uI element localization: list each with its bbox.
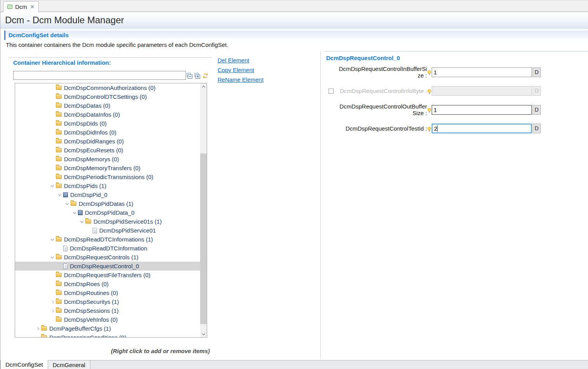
tree-item[interactable]: DcmDspEcuResets (0)	[15, 146, 200, 155]
text-caret	[437, 125, 438, 132]
default-value-button[interactable]: D	[533, 86, 541, 96]
field-row: DcmDspRequestControlTestId :D	[325, 124, 588, 133]
tree-item-label: DcmDspPid_0	[70, 191, 107, 198]
tree-item[interactable]: DcmDspPidService01s (1)	[15, 217, 200, 226]
chevron-down-icon[interactable]	[78, 221, 85, 223]
document-icon	[63, 264, 67, 269]
bottom-tab-dcmconfigset[interactable]: DcmConfigSet	[0, 360, 48, 369]
chevron-down-icon[interactable]	[48, 238, 56, 241]
tree-item-label: DcmDspRequestFileTransfers (0)	[64, 272, 150, 278]
chevron-down-icon[interactable]	[48, 256, 56, 259]
tree-item-label: DcmDspPidService01	[99, 227, 156, 234]
chevron-down-icon[interactable]	[63, 203, 71, 205]
tree-item[interactable]: DcmDspReadDTCInformation	[15, 244, 200, 253]
tree-item[interactable]: DcmDspDataInfos (0)	[15, 110, 200, 119]
default-value-button[interactable]: D	[533, 105, 541, 115]
chevron-down-icon[interactable]	[48, 185, 56, 187]
folder-icon	[56, 317, 62, 322]
folder-icon	[85, 219, 91, 224]
default-value-button[interactable]: D	[533, 67, 541, 77]
field-checkbox[interactable]	[329, 88, 334, 93]
tree-item-label: DcmDspDatas (0)	[64, 102, 110, 109]
folder-icon	[56, 157, 62, 161]
editor-tab-dcm[interactable]: Dcm ✕	[3, 1, 39, 12]
tree-item-label: DcmDspEcuResets (0)	[64, 147, 123, 153]
tree-item-label: DcmDspPidDatas (1)	[79, 200, 133, 207]
tree-item[interactable]: DcmDspSecuritys (1)	[15, 297, 200, 306]
tree-item[interactable]: DcmDspPid_0	[15, 190, 200, 199]
field-input[interactable]	[432, 67, 532, 77]
window: Dcm ✕ Dcm - Dcm Module Manager DcmConfig…	[0, 0, 588, 369]
link-copy-element[interactable]: Copy Element	[218, 67, 263, 73]
tree-item[interactable]: DcmDspPidService01	[15, 226, 200, 235]
field-input[interactable]	[432, 124, 532, 133]
default-value-button[interactable]: D	[533, 124, 541, 133]
tree-item[interactable]: DcmDspVehInfos (0)	[15, 315, 200, 324]
scrollbar-thumb[interactable]	[200, 153, 207, 324]
tree-item[interactable]: DcmPageBufferCfgs (1)	[15, 324, 200, 333]
folder-icon	[41, 335, 47, 337]
tree-item[interactable]: DcmDspMemoryTransfers (0)	[15, 164, 200, 172]
chevron-right-icon[interactable]	[48, 301, 56, 303]
folder-icon	[56, 309, 62, 313]
context-menu-hint: (Right click to add or remove items)	[0, 348, 320, 354]
tree-item-label: DcmDspControlDTCSettings (0)	[64, 93, 147, 100]
link-del-element[interactable]: Del Element	[218, 57, 263, 64]
title-bar: Dcm - Dcm Module Manager	[0, 12, 588, 29]
tree-item-label: DcmDspRequestControl_0	[70, 263, 139, 269]
scroll-down-icon[interactable]	[200, 331, 207, 337]
scroll-up-icon[interactable]	[200, 83, 207, 90]
tree-item[interactable]: DcmDspPeriodicTransmissions (0)	[15, 172, 200, 181]
tree-item[interactable]: DcmDspCommonAuthorizations (0)	[15, 83, 200, 92]
refresh-icon[interactable]	[202, 72, 209, 79]
link-rename-element[interactable]: ReName Element	[218, 76, 263, 83]
tree-item[interactable]: DcmDspDatas (0)	[15, 101, 200, 110]
folder-icon	[56, 255, 62, 259]
search-input[interactable]	[13, 71, 186, 80]
element-actions: Del ElementCopy ElementReName Element	[218, 57, 263, 86]
document-icon	[63, 246, 67, 251]
field-row: DcmDspRequestControlInBufferSize :D	[325, 66, 588, 79]
close-icon[interactable]: ✕	[30, 4, 35, 9]
tree-item[interactable]: DcmDspSessions (1)	[15, 306, 200, 315]
field-input[interactable]	[432, 105, 532, 115]
tree-item[interactable]: DcmDspRequestFileTransfers (0)	[15, 271, 200, 279]
tree-item-label: DcmDspDids (0)	[64, 120, 107, 127]
tree-item[interactable]: DcmDspPids (1)	[15, 181, 200, 190]
tree-item[interactable]: DcmDspRoes (0)	[15, 279, 200, 288]
tree-item[interactable]: DcmDspPidDatas (1)	[15, 199, 200, 208]
tree-item[interactable]: DcmDspDids (0)	[15, 119, 200, 128]
tree-item-label: DcmDspMemorys (0)	[64, 156, 119, 162]
tree-item[interactable]: DcmDspRequestControl_0	[15, 262, 200, 271]
section-header: DcmConfigSet details	[4, 31, 588, 40]
tree-item[interactable]: DcmProcessingConditions (0)	[15, 333, 200, 337]
field-label: DcmDspRequestControlOutBufferSize :	[337, 103, 427, 116]
folder-icon	[56, 148, 62, 152]
expand-all-icon[interactable]: +	[194, 73, 200, 79]
tree-item[interactable]: DcmDspDidRanges (0)	[15, 137, 200, 146]
tree-item[interactable]: DcmDspRoutines (0)	[15, 288, 200, 297]
tree-scrollbar[interactable]	[200, 83, 207, 337]
bulb-icon	[427, 127, 431, 132]
tree-item[interactable]: DcmDspPidData_0	[15, 208, 200, 217]
collapse-all-icon[interactable]: −	[187, 73, 192, 79]
tree-item[interactable]: DcmDspControlDTCSettings (0)	[15, 92, 200, 101]
chevron-right-icon[interactable]	[48, 310, 56, 312]
chevron-down-icon[interactable]	[71, 212, 78, 214]
tree-item-label: DcmDspPeriodicTransmissions (0)	[64, 174, 153, 180]
tree-item-label: DcmDspReadDTCInformations (1)	[64, 236, 153, 243]
chevron-right-icon[interactable]	[34, 328, 41, 330]
tree-item[interactable]: DcmDspRequestControls (1)	[15, 253, 200, 262]
selected-element-title: DcmDspRequestControl_0	[325, 55, 588, 61]
tree-item[interactable]: DcmDspDidInfos (0)	[15, 128, 200, 137]
page-title: Dcm - Dcm Module Manager	[5, 15, 124, 26]
tree-item-label: DcmDspRequestControls (1)	[64, 254, 138, 260]
tree-item-label: DcmDspRoes (0)	[64, 281, 109, 287]
folder-icon	[41, 326, 47, 331]
hierarchy-section: Container Hierarchical information:	[9, 57, 212, 66]
field-input[interactable]	[432, 86, 532, 96]
chevron-down-icon[interactable]	[56, 194, 63, 196]
bottom-tab-dcmgeneral[interactable]: DcmGeneral	[48, 360, 90, 369]
tree-item[interactable]: DcmDspMemorys (0)	[15, 155, 200, 164]
tree-item[interactable]: DcmDspReadDTCInformations (1)	[15, 235, 200, 244]
